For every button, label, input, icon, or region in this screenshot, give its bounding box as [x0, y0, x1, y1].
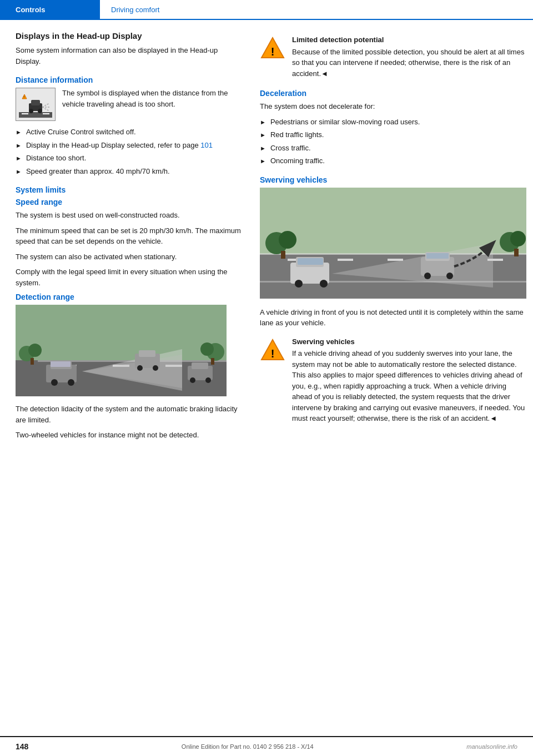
page-footer: 148 Online Edition for Part no. 0140 2 9…	[0, 736, 533, 756]
bullet-arrow-icon: ►	[16, 141, 22, 151]
svg-line-7	[42, 103, 49, 107]
bullet-text: Red traffic lights.	[270, 129, 324, 140]
warning-triangle-icon: !	[260, 36, 285, 60]
svg-rect-61	[298, 258, 323, 265]
swerving-warning-text: Swerving vehicles If a vehicle driving a…	[292, 336, 526, 424]
svg-point-28	[153, 365, 158, 371]
svg-point-27	[137, 365, 143, 371]
deceleration-intro: The system does not decelerate for:	[260, 101, 526, 112]
detection-range-svg	[16, 305, 227, 396]
list-item: ► Active Cruise Control switched off.	[16, 127, 243, 138]
deceleration-title: Deceleration	[260, 89, 526, 98]
svg-point-54	[510, 231, 526, 246]
list-item: ► Speed greater than approx. 40 mph/70 k…	[16, 166, 243, 177]
svg-rect-2	[43, 113, 49, 114]
svg-rect-30	[192, 362, 208, 369]
speed-range-text-3: The system can also be activated when st…	[16, 251, 243, 263]
page-number: 148	[16, 742, 28, 751]
right-column: ! Limited detection potential Because of…	[260, 31, 526, 450]
speed-range-text-4: Comply with the legal speed limit in eve…	[16, 266, 243, 288]
swerving-warning-triangle-icon: !	[260, 337, 285, 362]
head-up-display-section: Displays in the Head-up Display Some sys…	[16, 31, 243, 67]
intro-text: Some system information can also be disp…	[16, 45, 243, 67]
distance-icon-box: !	[16, 88, 56, 121]
detection-text-1: The detection lidacity of the system and…	[16, 404, 243, 425]
bullet-text: Speed greater than approx. 40 mph/70 km/…	[26, 166, 170, 177]
svg-rect-24	[51, 361, 71, 367]
svg-rect-52	[281, 251, 285, 259]
distance-bullet-list: ► Active Cruise Control switched off. ► …	[16, 127, 243, 177]
page-heading: Displays in the Head-up Display	[16, 31, 243, 41]
svg-point-23	[68, 379, 74, 386]
speed-range-text-1: The system is best used on well-construc…	[16, 210, 243, 221]
detection-text-2: Two-wheeled vehicles for instance might …	[16, 430, 243, 441]
swerving-description: A vehicle driving in front of you is not…	[260, 307, 526, 329]
deceleration-section: Deceleration The system does not deceler…	[260, 89, 526, 167]
distance-info-title: Distance information	[16, 75, 243, 84]
deceleration-bullet-list: ► Pedestrians or similar slow-moving roa…	[260, 117, 526, 167]
swerving-svg	[260, 188, 526, 299]
swerving-warning-title: Swerving vehicles	[292, 336, 526, 347]
svg-line-9	[42, 107, 49, 111]
svg-rect-0	[19, 112, 52, 118]
bullet-text: Active Cruise Control switched off.	[26, 127, 136, 138]
svg-text:!: !	[271, 347, 275, 360]
online-edition-text: Online Edition for Part no. 0140 2 956 2…	[182, 743, 314, 750]
limited-detection-body: Because of the limited possible detectio…	[292, 48, 524, 78]
list-item: ► Red traffic lights.	[260, 129, 526, 140]
speed-range-text-2: The minimum speed that can be set is 20 …	[16, 225, 243, 247]
bullet-arrow-icon: ►	[16, 128, 22, 138]
svg-text:!: !	[271, 46, 275, 58]
distance-car-icon: !	[19, 91, 52, 118]
svg-point-64	[424, 273, 431, 279]
detection-range-title: Detection range	[16, 293, 243, 301]
system-limits-title: System limits	[16, 185, 243, 194]
swerving-title: Swerving vehicles	[260, 175, 526, 184]
left-column: Displays in the Head-up Display Some sys…	[16, 31, 243, 450]
swerving-vehicles-section: Swerving vehicles	[260, 175, 526, 427]
bullet-text: Display in the Head-up Display selected,…	[26, 140, 213, 151]
bullet-text: Oncoming traffic.	[270, 155, 325, 167]
swerving-warning-body: If a vehicle driving ahead of you sudden…	[292, 349, 525, 422]
warning-icon-container: !	[260, 34, 285, 79]
svg-point-32	[205, 377, 211, 383]
svg-point-31	[190, 377, 195, 383]
svg-rect-46	[388, 259, 403, 261]
svg-point-65	[446, 273, 453, 279]
svg-rect-38	[211, 358, 214, 365]
distance-information-section: Distance information	[16, 75, 243, 177]
distance-description: The symbol is displayed when the distanc…	[62, 88, 243, 121]
list-item: ► Distance too short.	[16, 153, 243, 164]
page-header: Controls Driving comfort	[0, 0, 533, 20]
svg-point-5	[29, 109, 33, 113]
limited-detection-title: Limited detection potential	[292, 34, 526, 46]
svg-rect-4	[31, 100, 40, 105]
svg-point-60	[320, 280, 328, 288]
page-link[interactable]: 101	[200, 141, 213, 149]
bullet-arrow-icon: ►	[260, 144, 266, 154]
svg-point-59	[295, 280, 303, 288]
list-item: ► Pedestrians or similar slow-moving roa…	[260, 117, 526, 128]
bullet-text: Cross traffic.	[270, 143, 311, 154]
bullet-text: Distance too short.	[26, 153, 86, 164]
limited-detection-warning: ! Limited detection potential Because of…	[260, 31, 526, 82]
swerving-warning: ! Swerving vehicles If a vehicle driving…	[260, 333, 526, 427]
system-limits-section: System limits Speed range The system is …	[16, 185, 243, 441]
logo-text: manualsonline.info	[466, 743, 517, 750]
main-content: Displays in the Head-up Display Some sys…	[0, 20, 533, 461]
svg-rect-55	[514, 249, 519, 256]
swerving-warning-icon-container: !	[260, 336, 285, 424]
bullet-arrow-icon: ►	[260, 130, 266, 140]
detection-range-image	[16, 305, 243, 398]
distance-info-row: ! The symbol is displayed when the dista…	[16, 88, 243, 121]
svg-rect-1	[22, 113, 28, 114]
svg-point-37	[200, 342, 214, 356]
tab-controls[interactable]: Controls	[0, 0, 100, 19]
svg-point-6	[38, 109, 42, 113]
list-item: ► Cross traffic.	[260, 143, 526, 154]
svg-point-34	[28, 344, 42, 357]
bullet-text: Pedestrians or similar slow-moving road …	[270, 117, 420, 128]
list-item: ► Display in the Head-up Display selecte…	[16, 140, 243, 151]
tab-driving-comfort[interactable]: Driving comfort	[100, 0, 533, 19]
swerving-image	[260, 188, 526, 300]
